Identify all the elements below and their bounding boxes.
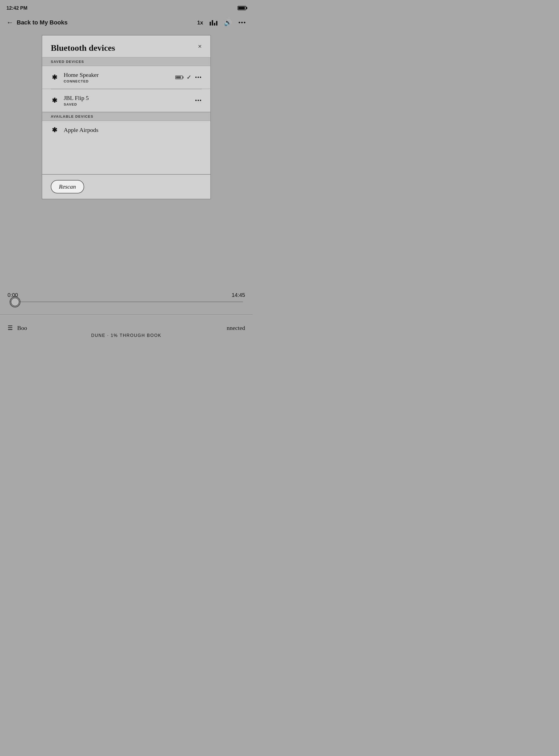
nav-right: 1x 🔊 ••• xyxy=(197,19,246,26)
device-name: JBL Flip 5 xyxy=(64,95,195,101)
connected-checkmark-icon: ✓ xyxy=(186,74,191,81)
device-actions-home-speaker: ✓ ••• xyxy=(175,74,202,81)
speed-button[interactable]: 1x xyxy=(197,20,203,26)
close-button[interactable]: × xyxy=(198,43,202,50)
modal-bottom: Rescan xyxy=(42,174,210,199)
device-info-jbl: JBL Flip 5 SAVED xyxy=(64,95,195,107)
device-info-airpods: Apple Airpods xyxy=(64,127,202,134)
connected-label: nnected xyxy=(227,324,245,331)
modal-header: Bluetooth devices × xyxy=(42,36,210,57)
rescan-button[interactable]: Rescan xyxy=(51,180,84,193)
bluetooth-icon: ✱ xyxy=(51,97,58,104)
status-time: 12:42 PM xyxy=(6,5,27,11)
device-status: CONNECTED xyxy=(64,79,175,83)
book-info-bar: DUNE · 1% THROUGH BOOK xyxy=(0,333,253,338)
nav-left: ← Back to My Books xyxy=(6,19,68,27)
device-name: Home Speaker xyxy=(64,71,175,78)
bluetooth-icon: ✱ xyxy=(51,126,58,134)
modal-title: Bluetooth devices xyxy=(51,43,115,53)
device-info-home-speaker: Home Speaker CONNECTED xyxy=(64,71,175,83)
status-bar: 12:42 PM xyxy=(0,0,253,15)
progress-thumb[interactable] xyxy=(10,297,20,307)
progress-times: 0:00 14:45 xyxy=(7,292,245,298)
battery-icon xyxy=(238,6,246,10)
nav-bar: ← Back to My Books 1x 🔊 ••• xyxy=(0,15,253,32)
device-item-jbl-flip5[interactable]: ✱ JBL Flip 5 SAVED ••• xyxy=(42,89,210,112)
device-item-airpods[interactable]: ✱ Apple Airpods xyxy=(42,121,210,142)
device-name: Apple Airpods xyxy=(64,127,202,134)
book-label: Boo xyxy=(17,324,27,331)
progress-thumb-inner xyxy=(11,298,19,306)
device-battery-icon xyxy=(175,75,183,79)
progress-area: 0:00 14:45 xyxy=(0,292,253,302)
device-more-button[interactable]: ••• xyxy=(195,75,202,80)
progress-track[interactable] xyxy=(10,301,243,302)
bluetooth-icon: ✱ xyxy=(51,74,58,81)
device-item-home-speaker[interactable]: ✱ Home Speaker CONNECTED ✓ ••• xyxy=(42,66,210,89)
speaker-icon[interactable]: 🔊 xyxy=(224,19,232,26)
more-options-button[interactable]: ••• xyxy=(238,19,246,26)
book-info-text: DUNE · 1% THROUGH BOOK xyxy=(91,333,161,338)
available-devices-header: AVAILABLE DEVICES xyxy=(42,112,210,121)
device-actions-jbl: ••• xyxy=(195,98,202,104)
device-status: SAVED xyxy=(64,102,195,107)
chapters-list-icon[interactable]: ☰ xyxy=(7,324,13,331)
bottom-left: ☰ Boo xyxy=(7,324,27,331)
nav-title: Back to My Books xyxy=(17,19,68,26)
back-arrow-icon[interactable]: ← xyxy=(6,19,14,27)
saved-devices-header: SAVED DEVICES xyxy=(42,57,210,66)
bluetooth-modal: Bluetooth devices × SAVED DEVICES ✱ Home… xyxy=(42,35,211,199)
device-more-button[interactable]: ••• xyxy=(195,98,202,104)
total-time: 14:45 xyxy=(232,292,245,298)
modal-spacer xyxy=(42,142,210,174)
chapters-icon[interactable] xyxy=(210,20,218,25)
bottom-right: nnected xyxy=(227,324,245,331)
